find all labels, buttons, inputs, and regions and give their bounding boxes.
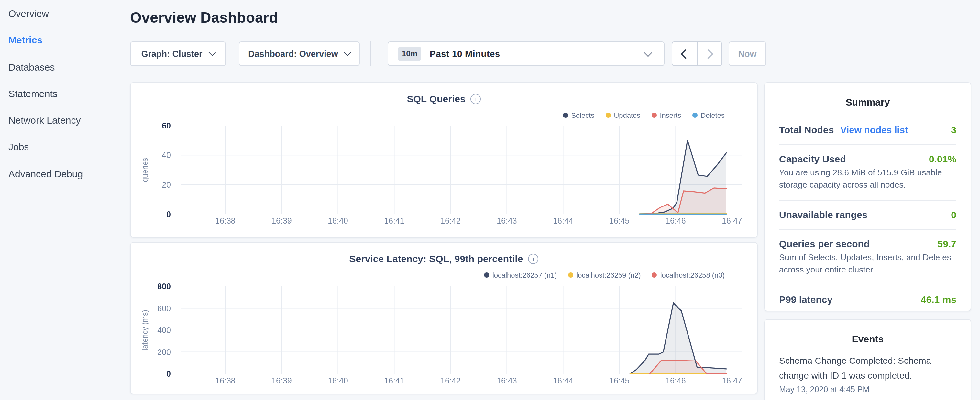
app-viewport: OverviewMetricsDatabasesStatementsNetwor… (0, 0, 980, 400)
summary-row-value: 0 (951, 209, 956, 220)
svg-text:16:40: 16:40 (328, 216, 348, 225)
now-button[interactable]: Now (729, 41, 766, 66)
sql-queries-chart-card: SQL Queries i SelectsUpdatesInsertsDelet… (130, 82, 758, 237)
summary-row-label: Capacity Used (779, 153, 846, 164)
sidebar-item-overview[interactable]: Overview (8, 0, 125, 27)
event-item[interactable]: Schema Change Completed: Schema change w… (779, 354, 956, 394)
summary-row-value: 46.1 ms (921, 294, 956, 305)
svg-text:400: 400 (157, 325, 171, 335)
now-button-label: Now (738, 49, 757, 59)
summary-row-description: You are using 28.6 MiB of 515.9 GiB usab… (779, 167, 956, 191)
page-title: Overview Dashboard (130, 9, 278, 27)
svg-text:16:41: 16:41 (384, 376, 404, 385)
summary-row-label: Total Nodes (779, 124, 834, 135)
sidebar-item-databases[interactable]: Databases (8, 53, 125, 80)
summary-row-label: Unavailable ranges (779, 209, 867, 220)
sidebar-item-jobs[interactable]: Jobs (8, 134, 125, 161)
toolbar-divider (370, 41, 371, 66)
summary-row-label: Queries per second (779, 238, 870, 249)
view-nodes-list-link[interactable]: View nodes list (840, 125, 908, 135)
summary-row: Total NodesView nodes list3 (779, 116, 956, 144)
svg-text:16:45: 16:45 (609, 376, 630, 385)
chevron-right-icon (703, 49, 713, 59)
graph-dropdown[interactable]: Graph: Cluster (130, 41, 226, 66)
svg-text:800: 800 (157, 282, 171, 291)
svg-text:600: 600 (157, 304, 171, 313)
svg-text:queries: queries (141, 158, 149, 182)
svg-text:16:40: 16:40 (328, 376, 348, 385)
time-step-buttons (672, 41, 722, 66)
svg-text:60: 60 (162, 121, 171, 130)
graph-dropdown-label: Graph: Cluster (141, 49, 202, 59)
svg-text:16:39: 16:39 (272, 376, 292, 385)
events-panel: Events Schema Change Completed: Schema c… (764, 319, 971, 400)
svg-text:16:43: 16:43 (496, 376, 517, 385)
chevron-down-icon (208, 49, 216, 56)
event-text: Schema Change Completed: Schema change w… (779, 354, 956, 382)
summary-row: Unavailable ranges0 (779, 200, 956, 229)
sql-queries-chart: 16:3816:3916:4016:4116:4216:4316:4416:45… (131, 83, 758, 238)
svg-text:16:42: 16:42 (440, 216, 461, 225)
svg-text:16:39: 16:39 (272, 216, 292, 225)
summary-row: Capacity Used0.01%You are using 28.6 MiB… (779, 144, 956, 200)
events-title: Events (779, 320, 956, 344)
summary-row: Queries per second59.7Sum of Selects, Up… (779, 229, 956, 285)
time-back-button[interactable] (672, 42, 697, 65)
event-timestamp: May 13, 2020 at 4:45 PM (779, 385, 956, 394)
svg-text:16:46: 16:46 (665, 376, 686, 385)
svg-text:0: 0 (166, 369, 171, 378)
svg-text:20: 20 (162, 180, 171, 189)
summary-row-label: P99 latency (779, 294, 832, 305)
service-latency-chart-card: Service Latency: SQL, 99th percentile i … (130, 242, 758, 394)
svg-text:0: 0 (166, 210, 171, 219)
sidebar-item-advanced-debug[interactable]: Advanced Debug (8, 161, 125, 187)
svg-text:16:44: 16:44 (553, 216, 573, 225)
sidebar-item-statements[interactable]: Statements (8, 80, 125, 107)
time-range-dropdown[interactable]: 10m Past 10 Minutes (388, 41, 665, 66)
sidebar-item-network-latency[interactable]: Network Latency (8, 107, 125, 134)
svg-text:200: 200 (157, 347, 171, 357)
summary-title: Summary (779, 83, 956, 107)
svg-text:40: 40 (162, 150, 171, 159)
svg-text:16:44: 16:44 (553, 376, 573, 385)
svg-text:16:47: 16:47 (722, 216, 742, 225)
svg-text:16:46: 16:46 (665, 216, 686, 225)
chevron-down-icon (644, 48, 652, 56)
chevron-left-icon (681, 49, 691, 59)
service-latency-chart: 16:3816:3916:4016:4116:4216:4316:4416:45… (131, 243, 758, 395)
time-range-label: Past 10 Minutes (430, 49, 500, 59)
svg-text:16:42: 16:42 (440, 376, 461, 385)
svg-text:16:45: 16:45 (609, 216, 630, 225)
sidebar: OverviewMetricsDatabasesStatementsNetwor… (8, 0, 125, 187)
sidebar-item-metrics[interactable]: Metrics (8, 27, 125, 54)
svg-text:16:43: 16:43 (496, 216, 517, 225)
summary-row-value: 3 (951, 124, 956, 135)
svg-text:16:41: 16:41 (384, 216, 404, 225)
summary-panel: Summary Total NodesView nodes list3Capac… (764, 82, 971, 311)
summary-row-description: Sum of Selects, Updates, Inserts, and De… (779, 252, 956, 276)
svg-text:16:38: 16:38 (215, 216, 235, 225)
time-forward-button[interactable] (697, 42, 721, 65)
summary-row: P99 latency46.1 ms (779, 285, 956, 314)
dashboard-dropdown-label: Dashboard: Overview (248, 49, 338, 59)
svg-text:16:47: 16:47 (722, 376, 742, 385)
chevron-down-icon (344, 49, 352, 56)
svg-text:16:38: 16:38 (215, 376, 235, 385)
summary-row-value: 0.01% (929, 153, 956, 164)
summary-row-value: 59.7 (938, 238, 956, 249)
dashboard-dropdown[interactable]: Dashboard: Overview (239, 41, 360, 66)
svg-text:latency (ms): latency (ms) (141, 310, 149, 350)
time-range-badge: 10m (398, 46, 421, 61)
